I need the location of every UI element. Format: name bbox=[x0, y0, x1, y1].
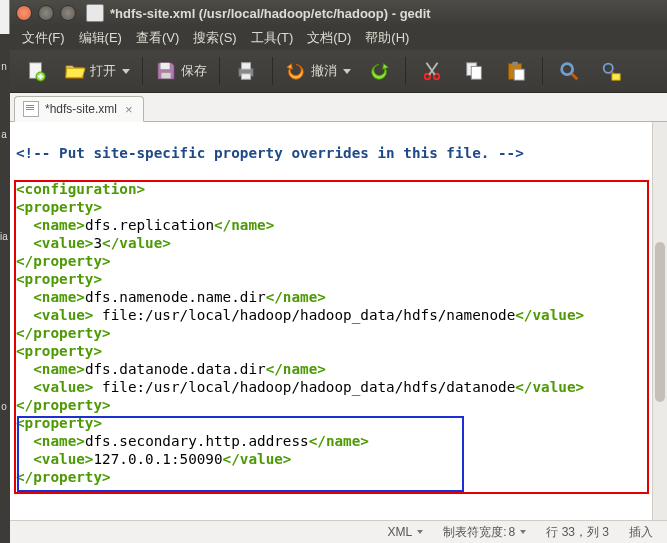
insert-mode[interactable]: 插入 bbox=[623, 524, 659, 541]
maximize-button[interactable] bbox=[60, 5, 76, 21]
tab-label: *hdfs-site.xml bbox=[45, 102, 117, 116]
open-button[interactable]: 打开 bbox=[60, 56, 134, 86]
redo-button[interactable] bbox=[361, 56, 397, 86]
tabwidth-selector[interactable]: 制表符宽度: 8 bbox=[437, 524, 532, 541]
toolbar-separator bbox=[219, 57, 220, 85]
language-selector[interactable]: XML bbox=[382, 525, 430, 539]
save-label: 保存 bbox=[181, 62, 207, 80]
undo-button[interactable]: 撤消 bbox=[281, 56, 355, 86]
print-icon bbox=[235, 60, 257, 82]
toolbar-separator bbox=[272, 57, 273, 85]
scissors-icon bbox=[421, 60, 443, 82]
vertical-scrollbar[interactable] bbox=[652, 122, 667, 520]
menu-documents[interactable]: 文档(D) bbox=[301, 27, 357, 49]
svg-rect-13 bbox=[514, 69, 524, 80]
chevron-down-icon bbox=[520, 530, 526, 534]
svg-rect-5 bbox=[241, 63, 250, 69]
chevron-down-icon bbox=[417, 530, 423, 534]
editor-content[interactable]: <!-- Put site-specific property override… bbox=[10, 122, 667, 490]
editor-area[interactable]: <!-- Put site-specific property override… bbox=[10, 122, 667, 520]
statusbar: XML 制表符宽度: 8 行 33，列 3 插入 bbox=[10, 520, 667, 543]
copy-icon bbox=[463, 60, 485, 82]
find-button[interactable] bbox=[551, 56, 587, 86]
menubar: 文件(F) 编辑(E) 查看(V) 搜索(S) 工具(T) 文档(D) 帮助(H… bbox=[10, 26, 667, 50]
scrollbar-thumb[interactable] bbox=[655, 242, 665, 402]
replace-icon bbox=[600, 60, 622, 82]
folder-open-icon bbox=[64, 60, 86, 82]
menu-help[interactable]: 帮助(H) bbox=[359, 27, 415, 49]
menu-search[interactable]: 搜索(S) bbox=[187, 27, 242, 49]
paste-button[interactable] bbox=[498, 56, 534, 86]
svg-rect-3 bbox=[161, 73, 170, 79]
menu-view[interactable]: 查看(V) bbox=[130, 27, 185, 49]
window-title: *hdfs-site.xml (/usr/local/hadoop/etc/ha… bbox=[110, 6, 431, 21]
chevron-down-icon[interactable] bbox=[122, 69, 130, 74]
chevron-down-icon[interactable] bbox=[343, 69, 351, 74]
close-button[interactable] bbox=[16, 5, 32, 21]
svg-rect-12 bbox=[512, 62, 518, 66]
cursor-position: 行 33，列 3 bbox=[540, 524, 615, 541]
svg-point-15 bbox=[604, 64, 613, 73]
svg-rect-6 bbox=[241, 74, 250, 80]
app-icon bbox=[86, 4, 104, 22]
menu-file[interactable]: 文件(F) bbox=[16, 27, 71, 49]
toolbar: 打开 保存 撤消 bbox=[10, 50, 667, 93]
undo-label: 撤消 bbox=[311, 62, 337, 80]
new-doc-button[interactable] bbox=[18, 56, 54, 86]
file-icon bbox=[23, 101, 39, 117]
svg-point-14 bbox=[562, 64, 573, 75]
titlebar[interactable]: *hdfs-site.xml (/usr/local/hadoop/etc/ha… bbox=[10, 0, 667, 26]
tabbar: *hdfs-site.xml × bbox=[10, 93, 667, 122]
print-button[interactable] bbox=[228, 56, 264, 86]
close-tab-button[interactable]: × bbox=[123, 102, 135, 117]
copy-button[interactable] bbox=[456, 56, 492, 86]
unity-launcher-glimpse: naiao bbox=[0, 50, 8, 424]
gedit-window: *hdfs-site.xml (/usr/local/hadoop/etc/ha… bbox=[10, 0, 667, 543]
tab-hdfs-site[interactable]: *hdfs-site.xml × bbox=[14, 96, 144, 122]
toolbar-separator bbox=[142, 57, 143, 85]
paste-icon bbox=[505, 60, 527, 82]
minimize-button[interactable] bbox=[38, 5, 54, 21]
open-label: 打开 bbox=[90, 62, 116, 80]
undo-icon bbox=[285, 60, 307, 82]
menu-edit[interactable]: 编辑(E) bbox=[73, 27, 128, 49]
cut-button[interactable] bbox=[414, 56, 450, 86]
replace-button[interactable] bbox=[593, 56, 629, 86]
svg-rect-10 bbox=[471, 66, 481, 79]
toolbar-separator bbox=[405, 57, 406, 85]
menu-tools[interactable]: 工具(T) bbox=[245, 27, 300, 49]
save-icon bbox=[155, 60, 177, 82]
save-button[interactable]: 保存 bbox=[151, 56, 211, 86]
search-icon bbox=[558, 60, 580, 82]
language-label: XML bbox=[388, 525, 413, 539]
tabwidth-value: 8 bbox=[509, 525, 516, 539]
new-doc-icon bbox=[25, 60, 47, 82]
tabwidth-label: 制表符宽度: bbox=[443, 524, 506, 541]
toolbar-separator bbox=[542, 57, 543, 85]
svg-rect-16 bbox=[612, 74, 620, 80]
redo-icon bbox=[368, 60, 390, 82]
svg-rect-2 bbox=[161, 63, 170, 69]
